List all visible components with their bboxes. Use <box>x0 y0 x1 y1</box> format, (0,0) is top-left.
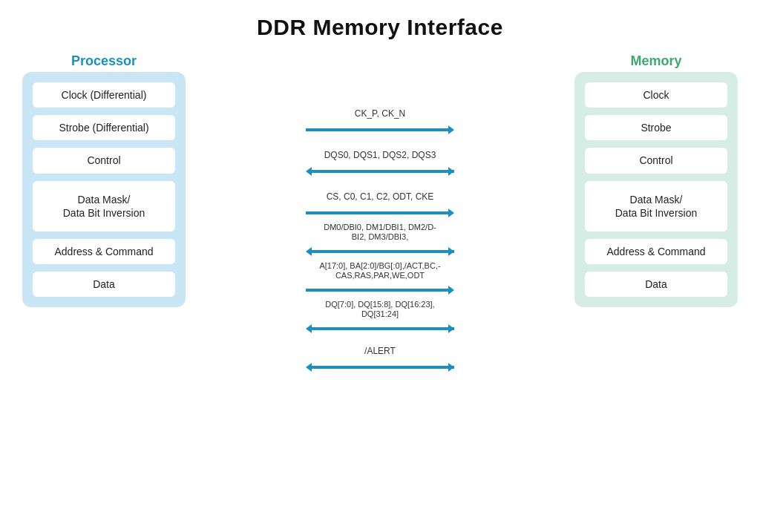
arrow-row-0: CK_P, CK_N <box>186 99 574 138</box>
columns-row: Processor Clock (Differential) Strobe (D… <box>22 53 738 517</box>
arrow-row-3: DM0/DBI0, DM1/DBI1, DM2/D-BI2, DM3/DBI3, <box>186 221 574 260</box>
memory-block-3: Data Mask/Data Bit Inversion <box>585 181 727 231</box>
arrow-row-2: CS, C0, C1, C2, ODT, CKE <box>186 183 574 221</box>
arrow-label-6: /ALERT <box>364 337 396 358</box>
diagram-container: DDR Memory Interface Processor Clock (Di… <box>0 0 760 532</box>
svg-marker-17 <box>448 363 454 372</box>
svg-marker-9 <box>448 247 454 256</box>
memory-panel-wrapper: Memory Clock Strobe Control Data Mask/Da… <box>574 53 738 307</box>
arrow-graphic-5 <box>186 321 574 337</box>
svg-marker-4 <box>448 167 454 176</box>
arrow-label-5: DQ[7:0], DQ[15:8], DQ[16:23],DQ[31:24] <box>325 298 434 319</box>
svg-marker-8 <box>306 247 312 256</box>
processor-blocks: Clock (Differential) Strobe (Differentia… <box>22 72 186 307</box>
arrow-label-0: CK_P, CK_N <box>355 99 405 120</box>
arrow-label-2: CS, C0, C1, C2, ODT, CKE <box>327 183 434 203</box>
svg-marker-6 <box>448 208 454 217</box>
arrow-label-3: DM0/DBI0, DM1/DBI1, DM2/D-BI2, DM3/DBI3, <box>324 221 436 242</box>
svg-marker-16 <box>306 363 312 372</box>
arrow-row-6: /ALERT <box>186 337 574 375</box>
memory-block-1: Strobe <box>585 115 727 140</box>
processor-block-1: Strobe (Differential) <box>33 115 175 140</box>
svg-marker-3 <box>306 167 312 176</box>
arrow-graphic-1 <box>186 163 574 180</box>
arrow-row-4: A[17:0], BA[2:0]/BG[:0],/ACT,BC,-CAS,RAS… <box>186 260 574 298</box>
svg-marker-14 <box>448 324 454 333</box>
arrow-label-1: DQS0, DQS1, DQS2, DQS3 <box>324 141 436 162</box>
processor-block-4: Address & Command <box>33 239 175 264</box>
memory-blocks: Clock Strobe Control Data Mask/Data Bit … <box>574 72 738 307</box>
arrow-graphic-0 <box>186 122 574 138</box>
processor-label: Processor <box>22 53 186 69</box>
svg-marker-1 <box>448 125 454 134</box>
arrow-graphic-6 <box>186 359 574 375</box>
memory-block-5: Data <box>585 272 727 297</box>
svg-marker-13 <box>306 324 312 333</box>
processor-block-0: Clock (Differential) <box>33 82 175 108</box>
main-title: DDR Memory Interface <box>257 15 503 40</box>
processor-panel: Processor Clock (Differential) Strobe (D… <box>22 53 186 307</box>
svg-marker-11 <box>448 286 454 295</box>
processor-block-5: Data <box>33 272 175 297</box>
memory-block-2: Control <box>585 148 727 173</box>
arrows-panel: CK_P, CK_N DQS0, DQS1, DQS2, DQS3 <box>186 53 574 375</box>
arrow-label-4: A[17:0], BA[2:0]/BG[:0],/ACT,BC,-CAS,RAS… <box>319 260 440 280</box>
memory-block-4: Address & Command <box>585 239 727 264</box>
arrow-row-5: DQ[7:0], DQ[15:8], DQ[16:23],DQ[31:24] <box>186 298 574 337</box>
processor-block-3: Data Mask/Data Bit Inversion <box>33 181 175 231</box>
arrow-graphic-3 <box>186 243 574 260</box>
memory-label: Memory <box>574 53 738 69</box>
arrow-graphic-4 <box>186 282 574 298</box>
arrow-row-1: DQS0, DQS1, DQS2, DQS3 <box>186 141 574 180</box>
processor-block-2: Control <box>33 148 175 173</box>
memory-block-0: Clock <box>585 82 727 108</box>
arrow-graphic-2 <box>186 205 574 221</box>
